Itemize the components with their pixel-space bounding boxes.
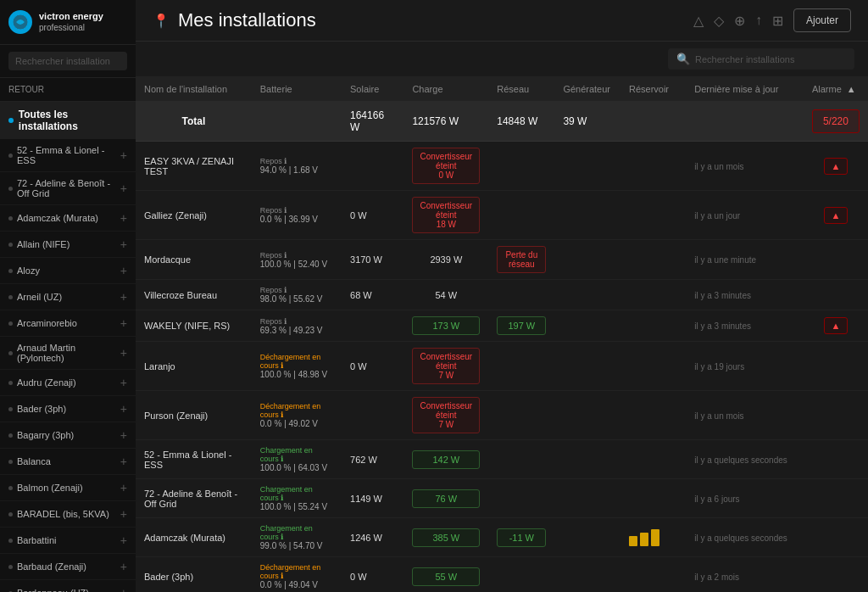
row-reservoir: [620, 391, 686, 440]
row-reseau: [488, 440, 554, 479]
charge-value-green: 142 W: [412, 450, 480, 469]
sidebar-item-add-icon[interactable]: +: [120, 481, 127, 494]
table-row[interactable]: Galliez (Zenaji) Repos ℹ 0.0 % | 36.99 V…: [136, 191, 868, 240]
battery-info: 0.0 % | 49.02 V: [260, 419, 333, 428]
table-row[interactable]: EASY 3KVA / ZENAJI TEST Repos ℹ 94.0 % |…: [136, 142, 868, 191]
sidebar-item[interactable]: Audru (Zenaji) +: [0, 370, 136, 396]
sidebar-item-add-icon[interactable]: +: [120, 237, 127, 251]
table-row[interactable]: Laranjo Déchargement en cours ℹ 100.0 % …: [136, 342, 868, 391]
sidebar-item-add-icon[interactable]: +: [120, 290, 127, 304]
table-row[interactable]: WAKELY (NIFE, RS) Repos ℹ 69.3 % | 49.23…: [136, 310, 868, 342]
sidebar-items: 52 - Emma & Lionel - ESS + 72 - Adeline …: [0, 139, 136, 592]
battery-status: Repos ℹ: [260, 317, 333, 326]
sidebar-item[interactable]: Alozy +: [0, 258, 136, 284]
row-solar: 0 W: [342, 557, 403, 593]
bookmark-icon[interactable]: ◇: [714, 13, 724, 29]
table-row[interactable]: 72 - Adeline & Benoît - Off Grid Chargem…: [136, 479, 868, 518]
row-reseau: [488, 479, 554, 518]
reseau-value: 197 W: [497, 316, 546, 335]
sidebar-item-label: BARADEL (bis, 5KVA): [8, 509, 109, 519]
row-reservoir: [620, 142, 686, 191]
sidebar-item[interactable]: Balmon (Zenaji) +: [0, 475, 136, 501]
header-left: 📍 Mes installations: [153, 9, 316, 31]
sidebar-item[interactable]: BARADEL (bis, 5KVA) +: [0, 501, 136, 528]
sidebar-item-add-icon[interactable]: +: [120, 316, 127, 330]
col-header-alarm[interactable]: Alarme ▲: [804, 77, 868, 102]
sidebar-item[interactable]: Bardonneau (UZ) +: [0, 580, 136, 592]
sidebar-item[interactable]: Allain (NIFE) +: [0, 232, 136, 258]
table-row[interactable]: Villecroze Bureau Repos ℹ 98.0 % | 55.62…: [136, 280, 868, 310]
sidebar-item-add-icon[interactable]: +: [120, 148, 127, 162]
table-row[interactable]: Mordacque Repos ℹ 100.0 % | 52.40 V 3170…: [136, 240, 868, 280]
sidebar-item-add-icon[interactable]: +: [120, 428, 127, 442]
row-last-update: il y a une minute: [686, 240, 804, 280]
row-name: Galliez (Zenaji): [136, 191, 252, 240]
tank-bar: [640, 533, 648, 546]
sidebar-item-add-icon[interactable]: +: [120, 560, 127, 573]
sidebar-item-add-icon[interactable]: +: [120, 376, 127, 389]
battery-info: 100.0 % | 52.40 V: [260, 260, 333, 269]
row-battery: Repos ℹ 94.0 % | 1.68 V: [252, 142, 342, 191]
sidebar-back-label: RETOUR: [0, 78, 136, 102]
sidebar-item[interactable]: Adamczak (Murata) +: [0, 205, 136, 232]
sidebar-item-dot: [8, 539, 13, 543]
sidebar-item-add-icon[interactable]: +: [120, 182, 127, 195]
total-row: Total 164166 W 121576 W 14848 W 39 W 5/2…: [136, 102, 868, 142]
alert-icon[interactable]: △: [693, 13, 704, 29]
sidebar-item-add-icon[interactable]: +: [120, 586, 127, 592]
sidebar-item-add-icon[interactable]: +: [120, 402, 127, 416]
sidebar-item-label: Audru (Zenaji): [8, 377, 76, 388]
row-solar: 3170 W: [342, 240, 403, 280]
battery-info: 0.0 % | 49.04 V: [260, 580, 333, 589]
sidebar-item-add-icon[interactable]: +: [120, 455, 127, 468]
sidebar-item[interactable]: Barbattini +: [0, 528, 136, 554]
table-row[interactable]: 52 - Emma & Lionel - ESS Chargement en c…: [136, 440, 868, 479]
sidebar-item-label: 72 - Adeline & Benoît - Off Grid: [8, 178, 120, 198]
globe-icon[interactable]: ⊕: [734, 13, 745, 29]
table-body: Total 164166 W 121576 W 14848 W 39 W 5/2…: [136, 102, 868, 593]
col-header-charge: Charge: [403, 77, 488, 102]
sidebar-search-input[interactable]: [8, 52, 127, 70]
table-search-input[interactable]: [695, 54, 846, 64]
sidebar-item-add-icon[interactable]: +: [120, 346, 127, 360]
sidebar-item[interactable]: 52 - Emma & Lionel - ESS +: [0, 139, 136, 172]
table-row[interactable]: Bader (3ph) Déchargement en cours ℹ 0.0 …: [136, 557, 868, 593]
row-solar: 762 W: [342, 440, 403, 479]
sidebar-item[interactable]: Barbaud (Zenaji) +: [0, 554, 136, 580]
upload-icon[interactable]: ↑: [755, 13, 762, 28]
sidebar-all-installations[interactable]: Toutes les installations: [0, 102, 136, 139]
sidebar-item[interactable]: Arcaminorebio +: [0, 310, 136, 337]
sidebar-item-dot: [8, 321, 13, 326]
sidebar-all-label: Toutes les installations: [19, 109, 127, 132]
sidebar-item[interactable]: 72 - Adeline & Benoît - Off Grid +: [0, 172, 136, 205]
sidebar-item-label: Alozy: [8, 265, 40, 276]
sidebar-item[interactable]: Arnaud Martin (Pylontech) +: [0, 337, 136, 370]
battery-status: Repos ℹ: [260, 251, 333, 260]
sidebar-item[interactable]: Bagarry (3ph) +: [0, 422, 136, 449]
col-header-reseau: Réseau: [488, 77, 554, 102]
tank-bars: [629, 529, 677, 546]
sidebar-item-add-icon[interactable]: +: [120, 211, 127, 225]
sidebar-item-add-icon[interactable]: +: [120, 533, 127, 547]
battery-status: Repos ℹ: [260, 157, 333, 165]
sidebar-item-label: Bader (3ph): [8, 404, 66, 414]
row-charge: Convertisseur éteint0 W: [403, 142, 488, 191]
add-button[interactable]: Ajouter: [793, 8, 851, 32]
sidebar-item[interactable]: Arneil (UZ) +: [0, 284, 136, 310]
table-row[interactable]: Adamczak (Murata) Chargement en cours ℹ …: [136, 518, 868, 557]
all-dot: [8, 118, 14, 123]
row-last-update: il y a 2 mois: [686, 557, 804, 593]
row-alarm: ▲: [804, 191, 868, 240]
row-alarm: [804, 518, 868, 557]
sidebar-item-add-icon[interactable]: +: [120, 507, 127, 521]
sidebar-search-area: [0, 45, 136, 78]
battery-info: 69.3 % | 49.23 V: [260, 326, 333, 335]
row-name: Purson (Zenaji): [136, 391, 252, 440]
sidebar-item[interactable]: Bader (3ph) +: [0, 396, 136, 422]
table-row[interactable]: Purson (Zenaji) Déchargement en cours ℹ …: [136, 391, 868, 440]
grid-icon[interactable]: ⊞: [772, 13, 783, 29]
sidebar-item[interactable]: Balanca +: [0, 449, 136, 475]
row-battery: Déchargement en cours ℹ 0.0 % | 49.02 V: [252, 391, 342, 440]
sidebar-item-add-icon[interactable]: +: [120, 264, 127, 277]
table-search-box: 🔍: [668, 48, 854, 70]
